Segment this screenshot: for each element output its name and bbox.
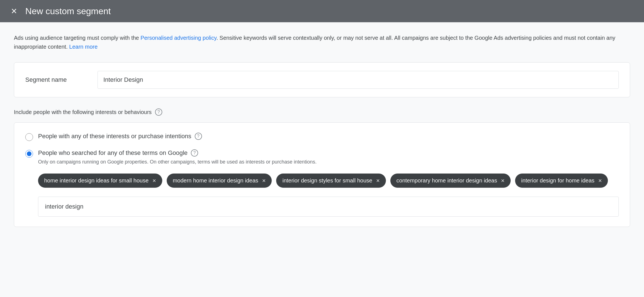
tag-remove-interior-design-home-ideas[interactable]: × [598,178,602,184]
include-label-row: Include people with the following intere… [14,108,630,116]
tag-label: modern home interior design ideas [173,177,258,184]
tag-interior-design-home-ideas: interior design for home ideas × [515,174,608,188]
close-button[interactable]: × [11,6,17,16]
tag-modern-home-interior: modern home interior design ideas × [167,174,272,188]
search-input-section [38,197,619,217]
modal-body: Ads using audience targeting must comply… [0,22,644,297]
radio-interests-help-icon[interactable]: ? [195,133,202,140]
search-terms-input[interactable] [38,197,619,217]
radio-option-searched: People who searched for any of these ter… [25,149,619,217]
tag-home-interior-small-house: home interior design ideas for small hou… [38,174,162,188]
include-help-icon[interactable]: ? [155,108,162,116]
radio-searched-help-icon[interactable]: ? [191,149,198,157]
policy-notice: Ads using audience targeting must comply… [14,33,630,51]
tag-remove-home-interior-small-house[interactable]: × [153,178,156,184]
radio-interests-label[interactable]: People with any of these interests or pu… [38,133,619,140]
modal-container: × New custom segment Ads using audience … [0,0,644,297]
radio-searched-input[interactable] [25,150,33,158]
tag-label: contemporary home interior design ideas [396,177,497,184]
tag-label: interior design styles for small house [282,177,372,184]
policy-text-before: Ads using audience targeting must comply… [14,35,141,41]
tag-label: home interior design ideas for small hou… [44,177,149,184]
segment-name-input[interactable] [98,71,619,89]
segment-name-label: Segment name [25,76,98,83]
tag-label: interior design for home ideas [521,177,594,184]
modal-header: × New custom segment [0,0,644,22]
tag-remove-contemporary-home-interior[interactable]: × [501,178,505,184]
include-label-text: Include people with the following intere… [14,109,152,115]
interests-section: People with any of these interests or pu… [14,122,630,227]
modal-title: New custom segment [25,6,111,16]
tag-interior-design-styles-small-house: interior design styles for small house × [276,174,386,188]
radio-option-interests: People with any of these interests or pu… [25,133,619,141]
tag-remove-interior-design-styles-small-house[interactable]: × [376,178,380,184]
tag-remove-modern-home-interior[interactable]: × [262,178,266,184]
radio-searched-sublabel: Only on campaigns running on Google prop… [38,158,619,166]
learn-more-link[interactable]: Learn more [69,44,98,50]
radio-searched-label[interactable]: People who searched for any of these ter… [38,149,619,157]
radio-interests-content: People with any of these interests or pu… [38,133,619,140]
segment-name-section: Segment name [14,62,630,97]
radio-interests-input[interactable] [25,133,33,141]
tag-contemporary-home-interior: contemporary home interior design ideas … [390,174,511,188]
personalised-advertising-policy-link[interactable]: Personalised advertising policy [141,35,216,41]
tags-container: home interior design ideas for small hou… [38,174,619,188]
radio-searched-content: People who searched for any of these ter… [38,149,619,217]
